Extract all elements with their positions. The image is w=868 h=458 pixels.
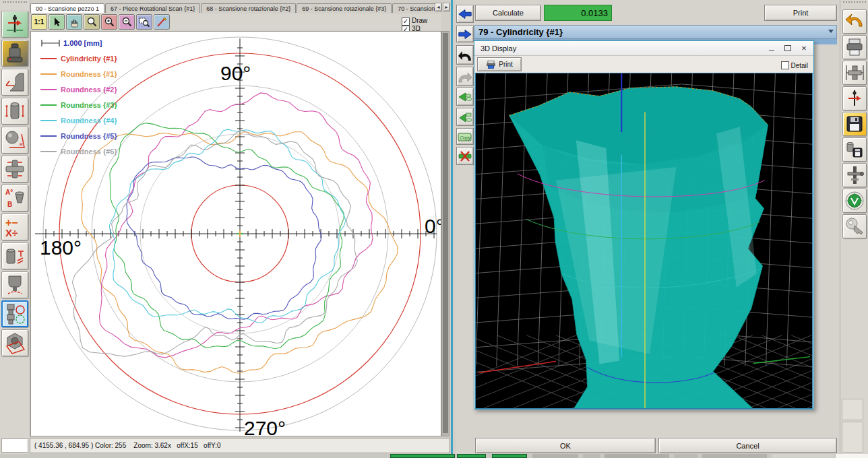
printer-icon (486, 61, 496, 69)
vdi-badge-button[interactable] (842, 189, 867, 213)
result-value: 0.0133 (581, 8, 608, 18)
cross-part-measure-icon (3, 158, 26, 181)
probe-part-button[interactable] (1, 40, 28, 67)
redo-arrow-icon (458, 70, 472, 84)
probe-part-icon (3, 42, 26, 65)
undo-button[interactable] (456, 45, 474, 65)
zoom-lens-button[interactable] (84, 14, 100, 30)
calculate-button[interactable]: Calculate (475, 5, 541, 21)
right-toolbar-grip[interactable] (843, 1, 866, 5)
plot-toolbar: 1:1 (30, 13, 441, 30)
measure-pencil-button[interactable] (154, 14, 170, 30)
polar-plot-area[interactable]: 90°0°180°270° 1.000 [mm] Cylindricity {#… (30, 31, 441, 436)
right-sidebar (840, 0, 868, 454)
detail-checkbox-box[interactable] (781, 61, 789, 69)
status-bar: ( 4155.36 , 684.95 ) Color: 255 Zoom: 3.… (30, 438, 450, 453)
hex-nut-measure-button[interactable] (1, 329, 28, 356)
toolbar-grip[interactable] (3, 1, 27, 5)
tab-scroll-right-button[interactable]: ► (443, 3, 450, 11)
copy-button[interactable]: Copy (456, 128, 474, 145)
legend-item: Roundness {#2} (40, 81, 168, 97)
math-operations-button[interactable]: +− X÷ (1, 214, 28, 240)
legend-line-swatch (40, 104, 57, 106)
print-results-label: Print (793, 9, 809, 17)
svg-text:X÷: X÷ (5, 227, 18, 238)
key-icon (844, 216, 865, 236)
undo-arrow-icon (458, 48, 472, 62)
zoom-out-button[interactable] (119, 14, 135, 30)
print-button[interactable] (842, 35, 867, 59)
svg-text:Copy: Copy (460, 135, 471, 140)
nav-right-icon (458, 28, 472, 40)
close-button[interactable]: × (797, 43, 811, 53)
result-value-box: 0.0133 (544, 5, 612, 21)
access-key-button[interactable] (842, 214, 867, 238)
import-results-alt-button[interactable] (456, 108, 474, 126)
tab-2[interactable]: 68 - Scansione rotazionale {#2} (201, 3, 296, 13)
svg-text:R: R (20, 142, 23, 147)
fixture-clamp-button[interactable] (842, 163, 867, 187)
tab-1[interactable]: 67 - Piece Rotational Scan {#1} (105, 3, 200, 13)
legend-line-swatch (40, 120, 57, 121)
detail-checkbox[interactable]: Detail (781, 61, 808, 69)
cross-part-measure-button[interactable] (1, 156, 28, 183)
tab-3[interactable]: 69 - Scansione rotazionale {#3} (297, 3, 392, 13)
save-all-button[interactable] (842, 137, 867, 162)
import-results-alt-icon (458, 111, 472, 123)
hex-nut-measure-icon (3, 331, 26, 354)
legend-item: Roundness {#6} (40, 143, 168, 159)
threed-viewport[interactable] (475, 73, 813, 409)
minimize-button[interactable] (765, 43, 778, 53)
threed-print-button[interactable]: Print (477, 57, 522, 71)
save-button[interactable] (842, 112, 867, 136)
cylinder-measure-button[interactable] (1, 98, 28, 125)
profile-measure-icon (3, 71, 26, 94)
zoom-in-button[interactable] (101, 14, 117, 30)
threed-window-titlebar[interactable]: 3D Display × (474, 41, 813, 56)
feature-dropdown[interactable]: 79 - Cylindricity {#1} (474, 25, 837, 39)
chevron-down-icon[interactable] (828, 30, 834, 33)
import-results-button[interactable] (456, 88, 474, 106)
plot-vertical-scrollbar[interactable] (441, 31, 450, 436)
roundness-cylindricity-button[interactable] (1, 300, 28, 327)
pan-hand-button[interactable] (66, 14, 82, 30)
threed-print-label: Print (499, 61, 513, 68)
probe-arm-icon (844, 88, 865, 108)
ok-button[interactable]: OK (475, 438, 656, 453)
angle-label-button[interactable]: A° B (1, 185, 28, 211)
probe-arm-button[interactable] (842, 86, 867, 110)
tolerance-part-button[interactable] (1, 242, 28, 269)
nav-right-button[interactable] (456, 26, 474, 42)
zoom-1-1-button[interactable]: 1:1 (31, 14, 47, 30)
maximize-button[interactable] (781, 43, 795, 53)
profile-measure-button[interactable] (1, 69, 28, 96)
delete-button[interactable] (456, 147, 474, 165)
legend-line-swatch (40, 89, 57, 90)
zoom-box-button[interactable] (136, 14, 152, 30)
undo-orange-button[interactable] (842, 9, 867, 34)
tab-scroll-left-button[interactable]: ◄ (435, 3, 442, 11)
legend-label: Roundness {#5} (61, 132, 117, 140)
print-results-button[interactable]: Print (764, 5, 837, 21)
zoom-1-1-label: 1:1 (34, 18, 44, 26)
legend-label: Roundness {#2} (61, 86, 117, 94)
select-cursor-button[interactable] (49, 14, 65, 30)
tab-0[interactable]: 00 - Scansione pezzo 1 (30, 3, 104, 13)
legend-line-swatch (40, 73, 57, 75)
delete-x-icon (458, 150, 472, 163)
sphere-measure-button[interactable]: R (1, 127, 28, 154)
runout-part-button[interactable] (1, 271, 28, 298)
redo-button[interactable] (456, 67, 474, 86)
magnifier-plus-icon (103, 16, 115, 28)
alignment-level-button[interactable] (1, 11, 28, 38)
dimension-part-button[interactable] (842, 61, 867, 85)
scale-indicator: 1.000 [mm] (40, 36, 168, 51)
pane-divider[interactable] (451, 0, 453, 454)
nav-left-button[interactable] (456, 5, 474, 23)
legend-line-swatch (40, 58, 57, 59)
cancel-button[interactable]: Cancel (658, 438, 837, 453)
plot-scrollbar-thumb[interactable] (443, 33, 448, 433)
svg-text:270°: 270° (244, 417, 286, 436)
cylinder-measure-icon (3, 100, 26, 123)
tab-4[interactable]: 70 - Scansione rotazionale {#4} (392, 3, 435, 13)
